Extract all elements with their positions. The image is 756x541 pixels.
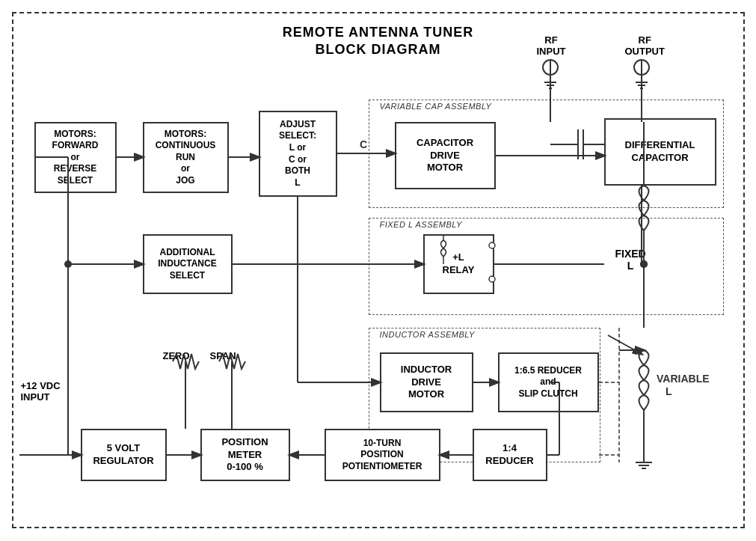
svg-point-5 <box>634 60 649 75</box>
svg-point-0 <box>543 60 558 75</box>
span-label: SPAN <box>210 350 236 361</box>
differential-capacitor-box: DIFFERENTIALCAPACITOR <box>604 118 716 186</box>
reducer-1-4-box: 1:4REDUCER <box>473 429 547 481</box>
adjust-select-box: ADJUSTSELECT:L orC orBOTHL <box>259 111 337 197</box>
plus12-input-label: +12 VDCINPUT <box>21 380 61 403</box>
motors-run-box: MOTORS:CONTINUOUSRUNorJOG <box>143 122 229 193</box>
capacitor-drive-motor-box: CAPACITORDRIVEMOTOR <box>395 122 496 189</box>
inductor-label: INDUCTOR ASSEMBLY <box>380 330 475 339</box>
fixed-l-text: FIXEDL <box>615 248 646 272</box>
inductor-drive-motor-box: INDUCTORDRIVEMOTOR <box>380 352 473 412</box>
zero-label: ZERO <box>163 350 190 361</box>
l-relay-box: +LRELAY <box>423 234 494 294</box>
five-volt-reg-box: 5 VOLTREGULATOR <box>81 429 167 481</box>
diagram-container: REMOTE ANTENNA TUNER BLOCK DIAGRAM VARIA… <box>12 12 745 528</box>
position-meter-box: POSITIONMETER0-100 % <box>200 429 290 481</box>
variable-cap-label: VARIABLE CAP ASSEMBLY <box>380 102 492 111</box>
svg-text:L: L <box>666 385 672 397</box>
additional-inductance-box: ADDITIONALINDUCTANCESELECT <box>143 234 233 294</box>
svg-point-21 <box>64 260 72 268</box>
svg-line-64 <box>608 335 642 354</box>
fixed-l-assembly <box>369 218 724 315</box>
rf-output-label: RFOUTPUT <box>625 34 665 57</box>
rf-input-label: RFINPUT <box>537 34 566 57</box>
svg-text:VARIABLE: VARIABLE <box>657 373 710 385</box>
fixed-l-label: FIXED L ASSEMBLY <box>380 220 462 229</box>
svg-text:C: C <box>360 138 367 150</box>
reducer-slip-box: 1:6.5 REDUCERandSLIP CLUTCH <box>498 352 599 412</box>
motors-select-box: MOTORS:FORWARDorREVERSESELECT <box>34 122 117 193</box>
ten-turn-pot-box: 10-TURNPOSITIONPOTIENTIOMETER <box>325 429 440 481</box>
